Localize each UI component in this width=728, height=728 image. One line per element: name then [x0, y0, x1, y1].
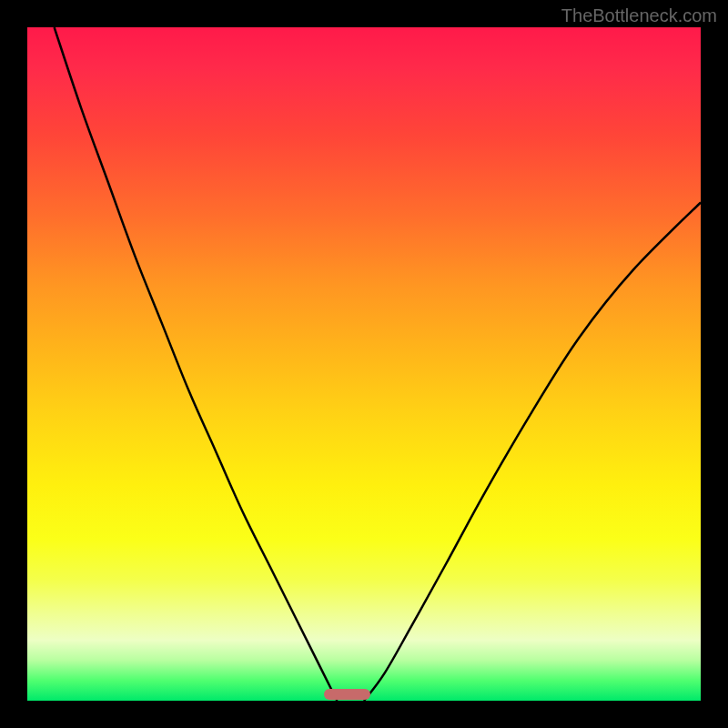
minimum-marker — [324, 689, 371, 700]
chart-plot-area — [27, 27, 701, 701]
right-curve — [364, 202, 701, 701]
watermark-text: TheBottleneck.com — [561, 5, 717, 26]
left-curve — [55, 27, 338, 701]
chart-curves-svg — [27, 27, 701, 701]
